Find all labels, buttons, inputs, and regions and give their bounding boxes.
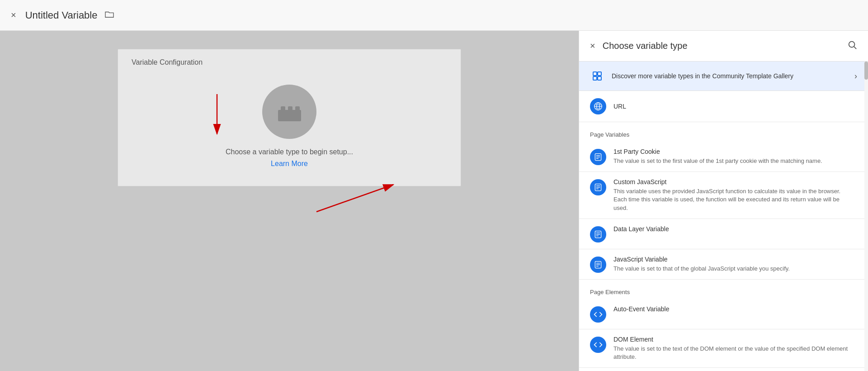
svg-rect-1	[281, 106, 285, 111]
custom-javascript-icon	[590, 179, 606, 195]
custom-javascript-item[interactable]: Custom JavaScript This variable uses the…	[579, 172, 864, 219]
left-panel: Variable Configuration Choose a variable…	[0, 31, 579, 371]
variable-list[interactable]: URL Page Variables 1st Party Cookie The …	[579, 91, 868, 371]
variable-config-box: Variable Configuration Choose a variable…	[118, 49, 461, 186]
gallery-icon	[590, 69, 604, 83]
dom-element-name: DOM Element	[613, 336, 854, 343]
svg-line-7	[316, 185, 393, 212]
dom-element-icon	[590, 337, 606, 353]
page-variables-header: Page Variables	[579, 122, 864, 142]
custom-javascript-name: Custom JavaScript	[613, 178, 854, 186]
auto-event-variable-icon	[590, 306, 606, 323]
svg-rect-11	[598, 72, 601, 76]
close-button[interactable]: ×	[9, 8, 18, 22]
first-party-cookie-icon	[590, 149, 606, 165]
url-icon	[590, 98, 606, 114]
dom-element-desc: The value is set to the text of the DOM …	[613, 345, 854, 361]
auto-event-variable-content: Auto-Event Variable	[613, 305, 854, 314]
javascript-variable-icon	[590, 257, 606, 273]
svg-rect-3	[295, 106, 300, 111]
config-prompt: Choose a variable type to begin setup...	[226, 148, 353, 156]
dom-element-item[interactable]: DOM Element The value is set to the text…	[579, 329, 864, 368]
scrollbar-thumb[interactable]	[864, 62, 868, 80]
config-icon-area	[262, 85, 316, 139]
svg-rect-10	[593, 72, 597, 76]
url-item[interactable]: URL	[579, 91, 864, 122]
search-icon[interactable]	[847, 40, 857, 52]
data-layer-variable-icon	[590, 226, 606, 243]
auto-event-variable-item[interactable]: Auto-Event Variable	[579, 299, 864, 329]
right-panel: × Choose variable type	[579, 31, 868, 371]
first-party-cookie-desc: The value is set to the first value of t…	[613, 157, 854, 165]
custom-javascript-content: Custom JavaScript This variable uses the…	[613, 178, 854, 212]
svg-rect-2	[288, 106, 292, 111]
data-layer-variable-content: Data Layer Variable	[613, 225, 854, 234]
data-layer-variable-name: Data Layer Variable	[613, 225, 854, 233]
first-party-cookie-name: 1st Party Cookie	[613, 148, 854, 155]
first-party-cookie-item[interactable]: 1st Party Cookie The value is set to the…	[579, 142, 864, 172]
svg-rect-0	[278, 110, 301, 121]
javascript-variable-name: JavaScript Variable	[613, 256, 854, 263]
javascript-variable-content: JavaScript Variable The value is set to …	[613, 256, 854, 273]
svg-line-9	[854, 47, 856, 49]
first-party-cookie-content: 1st Party Cookie The value is set to the…	[613, 148, 854, 165]
data-layer-variable-item[interactable]: Data Layer Variable	[579, 219, 864, 249]
gallery-banner-text: Discover more variable types in the Comm…	[612, 72, 854, 80]
svg-rect-12	[593, 76, 597, 80]
dom-element-content: DOM Element The value is set to the text…	[613, 336, 854, 361]
scrollbar[interactable]	[864, 62, 868, 371]
right-panel-close-button[interactable]: ×	[590, 41, 595, 51]
page-elements-header: Page Elements	[579, 280, 864, 299]
config-circle	[262, 85, 316, 139]
right-panel-header: × Choose variable type	[579, 31, 868, 62]
chevron-right-icon: ›	[854, 71, 857, 81]
page-title: Untitled Variable	[25, 10, 98, 21]
gallery-banner[interactable]: Discover more variable types in the Comm…	[579, 62, 868, 91]
custom-javascript-desc: This variable uses the provided JavaScri…	[613, 187, 854, 212]
url-label: URL	[613, 103, 626, 110]
right-panel-title: Choose variable type	[603, 41, 840, 51]
variable-config-header: Variable Configuration	[132, 58, 203, 67]
main-content: Variable Configuration Choose a variable…	[0, 31, 868, 371]
learn-more-link[interactable]: Learn More	[271, 160, 308, 168]
folder-icon[interactable]	[104, 10, 114, 20]
javascript-variable-item[interactable]: JavaScript Variable The value is set to …	[579, 249, 864, 280]
svg-point-8	[849, 42, 855, 48]
top-bar: × Untitled Variable	[0, 0, 868, 31]
auto-event-variable-name: Auto-Event Variable	[613, 305, 854, 313]
svg-rect-13	[598, 76, 601, 80]
javascript-variable-desc: The value is set to that of the global J…	[613, 265, 854, 273]
